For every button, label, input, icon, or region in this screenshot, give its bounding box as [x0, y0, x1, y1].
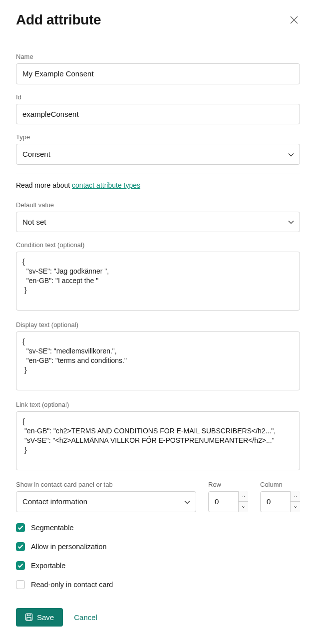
- exportable-label: Exportable: [31, 562, 65, 570]
- exportable-checkbox[interactable]: [16, 561, 25, 570]
- id-input[interactable]: [16, 104, 300, 125]
- row-step-up[interactable]: [239, 491, 248, 502]
- check-icon: [17, 525, 23, 530]
- row-step-down[interactable]: [239, 502, 248, 512]
- segmentable-checkbox[interactable]: [16, 523, 25, 532]
- display-text-label: Display text (optional): [16, 321, 300, 328]
- show-in-select[interactable]: Contact information: [16, 491, 196, 512]
- read-more-link[interactable]: contact attribute types: [72, 181, 140, 189]
- chevron-up-icon: [242, 495, 246, 498]
- default-value-select[interactable]: Not set: [16, 212, 300, 233]
- type-label: Type: [16, 133, 300, 141]
- read-more-text: Read more about contact attribute types: [16, 181, 300, 189]
- id-label: Id: [16, 93, 300, 101]
- chevron-down-icon: [294, 506, 298, 508]
- page-title: Add attribute: [16, 12, 101, 28]
- readonly-label: Read-only in contact card: [31, 581, 113, 589]
- personalization-label: Allow in personalization: [31, 543, 107, 551]
- close-button[interactable]: [288, 14, 300, 26]
- svg-rect-3: [27, 614, 30, 616]
- condition-text-input[interactable]: [16, 252, 300, 311]
- chevron-up-icon: [294, 495, 298, 498]
- divider: [16, 174, 300, 174]
- personalization-checkbox[interactable]: [16, 542, 25, 551]
- row-label: Row: [208, 481, 248, 488]
- name-label: Name: [16, 53, 300, 60]
- column-label: Column: [260, 481, 300, 488]
- display-text-input[interactable]: [16, 331, 300, 390]
- check-icon: [17, 563, 23, 568]
- readonly-checkbox[interactable]: [16, 580, 25, 589]
- cancel-button[interactable]: Cancel: [74, 613, 97, 622]
- condition-text-label: Condition text (optional): [16, 241, 300, 249]
- check-icon: [17, 544, 23, 549]
- col-step-up[interactable]: [291, 491, 300, 502]
- col-step-down[interactable]: [291, 502, 300, 512]
- link-text-label: Link text (optional): [16, 401, 300, 408]
- segmentable-label: Segmentable: [31, 524, 73, 532]
- name-input[interactable]: [16, 63, 300, 84]
- svg-rect-4: [27, 618, 31, 621]
- save-icon: [25, 613, 33, 621]
- save-button[interactable]: Save: [16, 608, 63, 627]
- show-in-label: Show in contact-card panel or tab: [16, 481, 196, 488]
- chevron-down-icon: [242, 506, 246, 508]
- type-select[interactable]: Consent: [16, 144, 300, 165]
- link-text-input[interactable]: [16, 411, 300, 470]
- close-icon: [290, 15, 299, 24]
- default-value-label: Default value: [16, 201, 300, 209]
